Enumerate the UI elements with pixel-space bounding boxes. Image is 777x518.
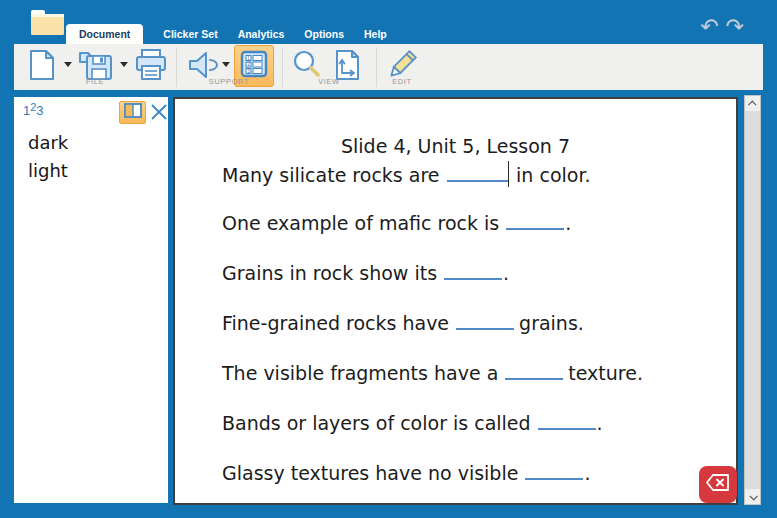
line-text: Glassy textures have no visible bbox=[222, 462, 518, 484]
backspace-button[interactable] bbox=[699, 466, 737, 503]
svg-text:1: 1 bbox=[247, 56, 250, 61]
fill-in-blank[interactable] bbox=[444, 262, 502, 280]
toolbar: FILE 1 2 3 bbox=[14, 44, 763, 90]
fill-in-blank[interactable] bbox=[505, 362, 563, 380]
scroll-up-button[interactable] bbox=[745, 96, 760, 111]
word-list-panel: 123 dark light bbox=[14, 97, 168, 503]
line-text: Bands or layers of color is called bbox=[222, 412, 531, 434]
vertical-scrollbar[interactable] bbox=[744, 95, 761, 505]
tab-clicker-set[interactable]: Clicker Set bbox=[163, 24, 217, 44]
line-text: One example of mafic rock is bbox=[222, 212, 499, 234]
document-line: One example of mafic rock is. bbox=[222, 211, 696, 235]
document-line: The visible fragments have atexture. bbox=[222, 361, 696, 385]
fill-in-blank[interactable] bbox=[456, 312, 514, 330]
fill-in-blank[interactable] bbox=[447, 164, 508, 182]
undo-icon[interactable]: ↶ bbox=[700, 14, 718, 40]
word-item-light[interactable]: light bbox=[14, 157, 168, 185]
text-cursor bbox=[508, 161, 510, 187]
scrollbar-thumb[interactable] bbox=[745, 111, 760, 489]
speak-dropdown-caret[interactable] bbox=[222, 62, 230, 67]
close-panel-icon[interactable] bbox=[148, 101, 170, 123]
svg-text:3: 3 bbox=[247, 69, 250, 74]
document-line: Bands or layers of color is called. bbox=[222, 411, 696, 435]
line-text: Grains in rock show its bbox=[222, 262, 437, 284]
document-line: Grains in rock show its. bbox=[222, 261, 696, 285]
line-text: Many silicate rocks are bbox=[222, 164, 440, 186]
toolbar-group-label-support: SUPPORT bbox=[176, 77, 282, 86]
tab-bar: Document Clicker Set Analytics Options H… bbox=[66, 24, 387, 44]
list-order-label: 123 bbox=[23, 103, 44, 118]
tab-analytics[interactable]: Analytics bbox=[238, 24, 285, 44]
word-item-dark[interactable]: dark bbox=[14, 129, 168, 157]
tab-help[interactable]: Help bbox=[364, 24, 387, 44]
svg-text:2: 2 bbox=[247, 62, 250, 67]
tab-options[interactable]: Options bbox=[304, 24, 344, 44]
undo-redo-group: ↶ ↷ bbox=[700, 14, 744, 40]
document-title: Slide 4, Unit 5, Lesson 7 bbox=[215, 135, 696, 157]
word-list-header: 123 bbox=[14, 97, 168, 127]
app-window: Document Clicker Set Analytics Options H… bbox=[0, 0, 777, 518]
line-text: . bbox=[584, 462, 590, 484]
document-line: Glassy textures have no visible. bbox=[222, 461, 696, 485]
chevron-up-icon bbox=[748, 100, 756, 108]
document-line: Fine-grained rocks havegrains. bbox=[222, 311, 696, 335]
tab-document[interactable]: Document bbox=[66, 24, 143, 44]
backspace-icon bbox=[705, 473, 731, 496]
line-text: texture. bbox=[568, 362, 643, 384]
line-text: grains. bbox=[519, 312, 584, 334]
line-text: . bbox=[565, 212, 571, 234]
fill-in-blank[interactable] bbox=[506, 212, 564, 230]
line-text: . bbox=[503, 262, 509, 284]
columns-layout-button[interactable] bbox=[119, 101, 146, 124]
columns-icon bbox=[124, 103, 142, 122]
fill-in-blank[interactable] bbox=[525, 462, 583, 480]
fill-in-blank[interactable] bbox=[538, 412, 596, 430]
document-line: Many silicate rocks arein color. bbox=[222, 161, 696, 185]
line-text: The visible fragments have a bbox=[222, 362, 498, 384]
toolbar-group-label-edit: EDIT bbox=[376, 77, 428, 86]
toolbar-group-label-view: VIEW bbox=[282, 77, 376, 86]
save-dropdown-caret[interactable] bbox=[120, 62, 128, 67]
app-folder-icon bbox=[29, 7, 67, 41]
new-document-dropdown-caret[interactable] bbox=[64, 62, 72, 67]
document-area[interactable]: Slide 4, Unit 5, Lesson 7 Many silicate … bbox=[173, 97, 738, 505]
redo-icon[interactable]: ↷ bbox=[726, 14, 744, 40]
toolbar-group-label-file: FILE bbox=[14, 77, 176, 86]
scroll-down-button[interactable] bbox=[745, 489, 760, 504]
word-list: dark light bbox=[14, 129, 168, 185]
line-text: in color. bbox=[516, 164, 590, 186]
line-text: . bbox=[597, 412, 603, 434]
line-text: Fine-grained rocks have bbox=[222, 312, 449, 334]
chevron-down-icon bbox=[749, 492, 757, 500]
